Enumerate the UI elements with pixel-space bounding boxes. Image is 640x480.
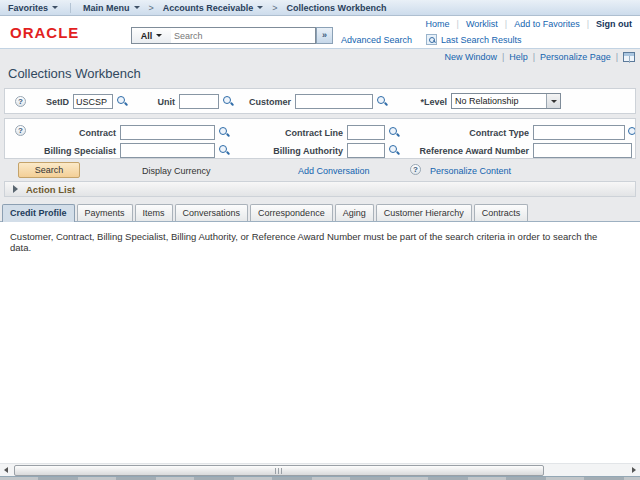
contract-line-lookup-icon[interactable] [388,126,400,138]
global-search-input[interactable] [171,27,316,44]
contract-label: Contract [15,128,116,138]
billing-authority-lookup-icon[interactable] [388,144,400,156]
breadcrumb-accounts-receivable-label: Accounts Receivable [163,3,254,13]
setid-label: SetID [35,97,69,107]
worklist-link[interactable]: Worklist [466,19,498,29]
billing-specialist-label: Billing Specialist [15,146,116,156]
tab-payments[interactable]: Payments [77,204,133,221]
collections-workbench-screen: Favorites Main Menu Accounts Receivable … [0,0,640,480]
breadcrumb-favorites[interactable]: Favorites [8,3,58,13]
tab-items[interactable]: Items [135,204,173,221]
search-go-button[interactable] [316,27,333,44]
search-options-row: Advanced Search Last Search Results [341,34,522,45]
sign-out-link[interactable]: Sign out [596,19,632,29]
breadcrumb: Favorites Main Menu Accounts Receivable … [0,0,640,16]
level-select-value: No Relationship [452,96,546,106]
search-criteria-box-2: Contract Contract Line Contract Type Bil… [4,118,636,159]
reference-award-number-label: Reference Award Number [417,146,529,156]
tab-contracts[interactable]: Contracts [474,204,529,221]
search-button[interactable]: Search [18,162,80,178]
contract-line-label: Contract Line [245,128,343,138]
tab-customer-hierarchy[interactable]: Customer Hierarchy [376,204,472,221]
contract-line-input[interactable] [347,125,385,140]
search-scope-dropdown[interactable]: All [131,27,172,44]
taskbar-sliver [0,476,640,480]
add-conversation-link[interactable]: Add Conversation [298,166,370,176]
chevron-down-icon [134,6,140,9]
link-divider [587,19,589,29]
personalize-page-link[interactable]: Personalize Page [540,52,611,62]
breadcrumb-current-label: Collections Workbench [287,3,387,13]
customer-input[interactable] [295,94,373,109]
reference-award-number-input[interactable] [533,143,632,158]
help-icon[interactable] [410,164,421,175]
setid-input[interactable] [73,94,113,109]
contract-type-input[interactable] [533,125,625,140]
breadcrumb-separator-icon [149,3,154,13]
header-links: Home Worklist Add to Favorites Sign out [426,19,632,29]
link-divider [502,52,504,62]
arrow-left-icon [4,467,8,473]
tab-bar: Credit Profile Payments Items Conversati… [2,204,528,221]
help-icon[interactable] [15,96,26,107]
level-label: *Level [409,97,447,107]
breadcrumb-main-menu-label: Main Menu [83,3,130,13]
breadcrumb-favorites-label: Favorites [8,3,48,13]
setid-lookup-icon[interactable] [116,95,128,107]
breadcrumb-main-menu[interactable]: Main Menu [83,3,140,13]
breadcrumb-divider [70,3,71,13]
chevron-down-icon [52,6,58,9]
action-list-section[interactable]: Action List [4,181,636,197]
billing-authority-input[interactable] [347,143,385,158]
advanced-search-link[interactable]: Advanced Search [341,35,412,45]
unit-input[interactable] [179,94,219,109]
tab-content: Customer, Contract, Billing Specialist, … [0,221,640,463]
level-select[interactable]: No Relationship [451,93,561,109]
unit-lookup-icon[interactable] [222,95,234,107]
select-dropdown-button[interactable] [546,94,560,108]
oracle-logo: ORACLE [10,24,79,41]
tab-aging[interactable]: Aging [335,204,374,221]
link-divider [505,19,507,29]
breadcrumb-separator-icon [272,3,277,13]
personalize-content-link[interactable]: Personalize Content [430,166,511,176]
link-divider [616,52,618,62]
search-criteria-box-1: SetID Unit Customer *Level No Relationsh… [4,88,636,114]
chevron-down-icon [156,34,162,37]
action-list-title: Action List [26,184,75,195]
billing-specialist-input[interactable] [120,143,215,158]
contract-input[interactable] [120,125,215,140]
search-criteria-message: Customer, Contract, Billing Specialist, … [10,231,620,253]
chevron-down-icon [551,100,557,103]
last-search-results-link[interactable]: Last Search Results [441,35,522,45]
tab-credit-profile[interactable]: Credit Profile [2,204,75,222]
tab-correspondence[interactable]: Correspondence [250,204,333,221]
horizontal-scrollbar[interactable] [0,463,640,476]
home-link[interactable]: Home [426,19,450,29]
reference-award-number-lookup-icon[interactable] [634,144,636,156]
customer-label: Customer [243,97,291,107]
breadcrumb-accounts-receivable[interactable]: Accounts Receivable [163,3,264,13]
grid-icon[interactable] [623,52,635,62]
billing-authority-label: Billing Authority [245,146,343,156]
tab-conversations[interactable]: Conversations [175,204,249,221]
contract-lookup-icon[interactable] [218,126,230,138]
page-title: Collections Workbench [8,66,141,81]
add-to-favorites-link[interactable]: Add to Favorites [514,19,580,29]
triangle-right-icon [13,185,18,193]
link-divider [457,19,459,29]
arrow-right-icon [632,467,636,473]
page-bar: New Window Help Personalize Page [444,52,635,62]
new-window-link[interactable]: New Window [444,52,497,62]
breadcrumb-current-page[interactable]: Collections Workbench [287,3,387,13]
contract-type-lookup-icon[interactable] [627,126,636,138]
unit-label: Unit [143,97,175,107]
customer-lookup-icon[interactable] [376,95,388,107]
help-link[interactable]: Help [509,52,528,62]
chevron-down-icon [257,6,263,9]
display-currency-link[interactable]: Display Currency [142,166,211,176]
billing-specialist-lookup-icon[interactable] [218,144,230,156]
scrollbar-thumb[interactable] [14,465,544,476]
contract-type-label: Contract Type [425,128,529,138]
search-scope-value: All [141,31,153,41]
